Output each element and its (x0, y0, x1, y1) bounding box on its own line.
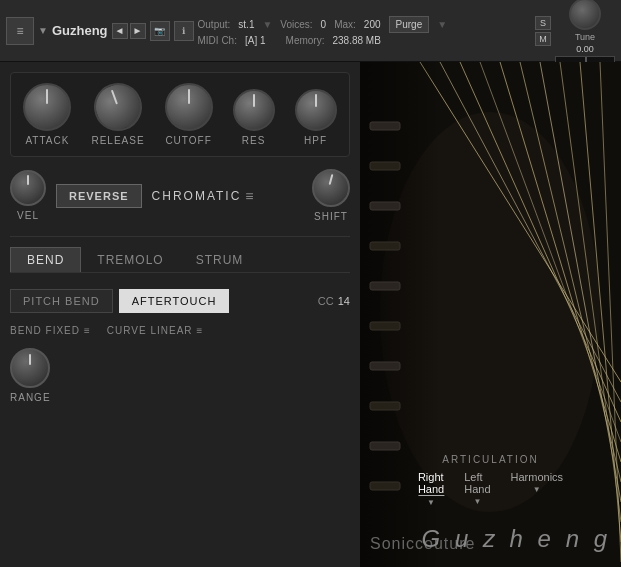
shift-label: SHIFT (314, 211, 348, 222)
res-label: RES (242, 135, 266, 146)
m-button[interactable]: M (535, 32, 551, 46)
tune-label: Tune (575, 32, 595, 42)
logo-button[interactable]: ≡ (6, 17, 34, 45)
cutoff-knob[interactable] (165, 83, 213, 131)
tab-tremolo[interactable]: TREMOLO (81, 248, 179, 272)
right-hand-arrow-icon: ▼ (427, 498, 435, 507)
attack-knob[interactable] (23, 83, 71, 131)
left-hand-label: Left Hand (464, 471, 490, 495)
range-section: RANGE (10, 344, 350, 407)
tune-value: 0.00 (576, 44, 594, 54)
midi-value: [A] 1 (245, 35, 266, 46)
curve-linear-menu-icon[interactable]: ≡ (197, 325, 204, 336)
camera-icon: 📷 (154, 26, 165, 36)
voices-label: Voices: (280, 19, 312, 30)
dropdown-arrow-icon: ▼ (38, 25, 48, 36)
hpf-label: HPF (304, 135, 327, 146)
cc-group: CC 14 (318, 295, 350, 307)
curve-linear-group: CURVE LINEAR ≡ (107, 325, 204, 336)
left-panel: ATTACK RELEASE CUTOFF RES HPF (0, 62, 360, 567)
hpf-knob-container: HPF (295, 89, 337, 146)
cc-label: CC (318, 295, 334, 307)
svg-rect-16 (370, 242, 400, 250)
tab-strum[interactable]: STRUM (180, 248, 260, 272)
aftertouch-button[interactable]: AFTERTOUCH (119, 289, 230, 313)
range-label: RANGE (10, 392, 51, 403)
cc-value: 14 (338, 295, 350, 307)
output-dropdown-icon[interactable]: ▼ (262, 19, 272, 30)
logo-icon: ≡ (16, 24, 23, 38)
articulation-title: ARTICULATION (442, 454, 538, 465)
top-bar-controls: Output: st.1 ▼ Voices: 0 Max: 200 Purge … (198, 16, 531, 46)
purge-dropdown-icon[interactable]: ▼ (437, 19, 447, 30)
cutoff-label: CUTOFF (165, 135, 211, 146)
max-label: Max: (334, 19, 356, 30)
svg-rect-18 (370, 322, 400, 330)
tabs-row: BEND TREMOLO STRUM (10, 247, 350, 273)
left-hand-arrow-icon: ▼ (473, 497, 481, 506)
chromatic-label: CHROMATIC ≡ (152, 188, 256, 204)
articulation-tabs: Right Hand ▼ Left Hand ▼ Harmonics ▼ (418, 471, 563, 507)
svg-rect-15 (370, 202, 400, 210)
chromatic-text: CHROMATIC (152, 189, 242, 203)
pitch-bend-button[interactable]: PITCH BEND (10, 289, 113, 313)
guzheng-background: ARTICULATION Right Hand ▼ Left Hand ▼ Ha… (360, 62, 621, 567)
info-icon: ℹ (182, 26, 185, 36)
vel-knob[interactable] (10, 170, 46, 206)
purge-button[interactable]: Purge (389, 16, 430, 33)
memory-label: Memory: (286, 35, 325, 46)
release-label: RELEASE (91, 135, 144, 146)
options-row: BEND FIXED ≡ CURVE LINEAR ≡ (10, 325, 350, 336)
attack-knob-container: ATTACK (23, 83, 71, 146)
art-tab-harmonics[interactable]: Harmonics ▼ (511, 471, 564, 507)
vel-knob-container: VEL (10, 170, 46, 221)
mode-row: PITCH BEND AFTERTOUCH CC 14 (10, 289, 350, 313)
res-knob[interactable] (233, 89, 275, 131)
nav-next-button[interactable]: ► (130, 23, 146, 39)
chromatic-menu-icon[interactable]: ≡ (245, 188, 255, 204)
cutoff-knob-container: CUTOFF (165, 83, 213, 146)
res-knob-container: RES (233, 89, 275, 146)
vel-label: VEL (17, 210, 39, 221)
s-button[interactable]: S (535, 16, 551, 30)
art-tab-left-hand[interactable]: Left Hand ▼ (464, 471, 490, 507)
harmonics-label: Harmonics (511, 471, 564, 483)
nav-arrows: ◄ ► (112, 23, 146, 39)
output-value: st.1 (238, 19, 254, 30)
shift-knob[interactable] (312, 169, 350, 207)
art-tab-right-hand[interactable]: Right Hand ▼ (418, 471, 444, 507)
bend-fixed-label: BEND FIXED (10, 325, 80, 336)
bend-fixed-menu-icon[interactable]: ≡ (84, 325, 91, 336)
instrument-dropdown[interactable]: ▼ Guzheng (38, 23, 108, 38)
tab-bend[interactable]: BEND (10, 247, 81, 272)
right-hand-label: Right Hand (418, 471, 444, 496)
voices-value: 0 (321, 19, 327, 30)
nav-prev-button[interactable]: ◄ (112, 23, 128, 39)
bend-fixed-group: BEND FIXED ≡ (10, 325, 91, 336)
release-knob-container: RELEASE (91, 83, 144, 146)
midi-label: MIDI Ch: (198, 35, 237, 46)
svg-rect-22 (370, 482, 400, 490)
curve-linear-label: CURVE LINEAR (107, 325, 193, 336)
max-value: 200 (364, 19, 381, 30)
tune-section: Tune 0.00 (555, 0, 615, 64)
range-knob[interactable] (10, 348, 50, 388)
camera-button[interactable]: 📷 (150, 21, 170, 41)
separator-1 (10, 236, 350, 237)
s-m-buttons: S M (535, 16, 551, 46)
svg-rect-17 (370, 282, 400, 290)
top-bar: ≡ ▼ Guzheng ◄ ► 📷 ℹ Output: st.1 ▼ Voice… (0, 0, 621, 62)
tune-knob[interactable] (569, 0, 601, 30)
output-label: Output: (198, 19, 231, 30)
attack-label: ATTACK (25, 135, 69, 146)
svg-rect-20 (370, 402, 400, 410)
svg-rect-14 (370, 162, 400, 170)
instrument-name-large: G u z h e n g (422, 525, 611, 553)
info-button[interactable]: ℹ (174, 21, 194, 41)
reverse-button[interactable]: REVERSE (56, 184, 142, 208)
harmonics-arrow-icon: ▼ (533, 485, 541, 494)
knobs-section: ATTACK RELEASE CUTOFF RES HPF (10, 72, 350, 157)
release-knob[interactable] (87, 76, 149, 138)
hpf-knob[interactable] (295, 89, 337, 131)
controls-row: VEL REVERSE CHROMATIC ≡ SHIFT (10, 165, 350, 226)
